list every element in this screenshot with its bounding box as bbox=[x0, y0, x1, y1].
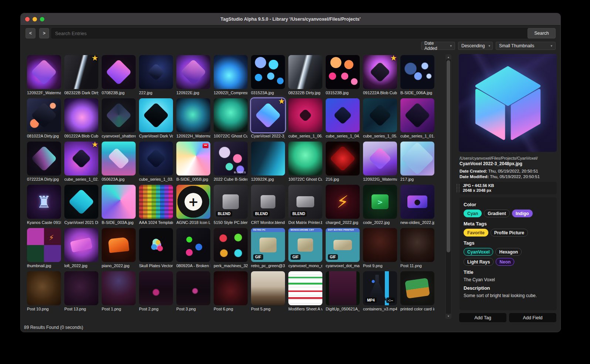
sort-field-dropdown[interactable]: Date Added ▾ bbox=[421, 42, 455, 50]
minimize-window-icon[interactable] bbox=[33, 17, 37, 21]
grid-item-thumbnail[interactable] bbox=[326, 271, 360, 305]
grid-item[interactable]: Skull Plates Vector bbox=[139, 228, 173, 268]
grid-item-thumbnail[interactable] bbox=[400, 98, 434, 132]
grid-item[interactable]: 081022A Dirty.jpg bbox=[27, 98, 61, 139]
grid-item[interactable]: Post 1.png bbox=[102, 271, 136, 312]
grid-item-thumbnail[interactable] bbox=[326, 55, 360, 89]
field-drag-handle[interactable] bbox=[457, 184, 460, 192]
grid-item-thumbnail[interactable] bbox=[288, 142, 322, 176]
panel-resize-handle[interactable]: · · · · · · bbox=[459, 152, 557, 155]
grid-item-thumbnail[interactable]: BLEND bbox=[288, 185, 322, 219]
grid-item-thumbnail[interactable] bbox=[326, 98, 360, 132]
grid-item-thumbnail[interactable] bbox=[363, 98, 397, 132]
title-field-value[interactable]: The Cyan Voxel bbox=[464, 277, 553, 282]
scroll-up-icon[interactable]: ▲ bbox=[446, 55, 451, 59]
grid-item-thumbnail[interactable] bbox=[251, 55, 285, 89]
grid-item[interactable]: ●new-oldies_2022.jp bbox=[400, 185, 434, 225]
grid-item-thumbnail[interactable] bbox=[64, 185, 98, 219]
tag-cyanvoxel[interactable]: CyanVoxel bbox=[464, 248, 493, 256]
grid-item[interactable]: CyanVoxel 2021 Dis bbox=[64, 185, 98, 225]
grid-item[interactable]: 216.jpg bbox=[326, 142, 360, 182]
grid-item-thumbnail[interactable] bbox=[251, 271, 285, 305]
grid-item-thumbnail[interactable] bbox=[251, 142, 285, 176]
grid-item[interactable]: Post 10.png bbox=[27, 271, 61, 312]
grid-item[interactable]: ⚡charged_2022.jpg bbox=[326, 185, 360, 225]
grid-item-thumbnail[interactable] bbox=[214, 98, 248, 132]
grid-item[interactable]: 217.jpg bbox=[400, 142, 434, 182]
scrollbar-thumb[interactable] bbox=[447, 60, 450, 252]
grid-item[interactable]: 120922H_Watermark bbox=[176, 98, 210, 139]
grid-item[interactable]: ★CyanVoxel 2022-3_ bbox=[251, 98, 285, 139]
forward-button[interactable]: > bbox=[39, 28, 49, 38]
grid-item-thumbnail[interactable] bbox=[27, 98, 61, 132]
grid-item[interactable]: Modifiers Sheet A v bbox=[288, 271, 322, 312]
grid-item[interactable]: cube_series_1_01.j bbox=[400, 98, 434, 139]
grid-item[interactable]: B-SIDE_006A.jpg bbox=[400, 55, 434, 95]
grid-item[interactable]: 100722C Ghost Cub bbox=[214, 98, 248, 139]
grid-item[interactable]: perk_machines_32p bbox=[214, 228, 248, 268]
grid-item-thumbnail[interactable]: MP4-:-- bbox=[363, 271, 397, 305]
grid-item-thumbnail[interactable] bbox=[400, 228, 434, 262]
grid-item[interactable]: MP4-:--containers_v3.mp4 bbox=[363, 271, 397, 312]
grid-item[interactable]: Post 11.png bbox=[400, 228, 434, 268]
grid-item[interactable]: BLEND5150 Style PC.blend bbox=[214, 185, 248, 225]
file-name[interactable]: CyanVoxel 2022-3_2048px.jpg bbox=[460, 161, 556, 166]
preview-image[interactable] bbox=[459, 54, 557, 152]
grid-item[interactable]: Post 2.png bbox=[139, 271, 173, 312]
grid-item-thumbnail[interactable] bbox=[102, 228, 136, 262]
grid-item-thumbnail[interactable] bbox=[363, 228, 397, 262]
grid-item-thumbnail[interactable] bbox=[64, 271, 98, 305]
grid-item-thumbnail[interactable] bbox=[288, 271, 322, 305]
grid-item[interactable]: lofi_2022.jpg bbox=[64, 228, 98, 268]
grid-item[interactable]: 070823B.jpg bbox=[102, 55, 136, 95]
grid-item[interactable]: 222.jpg bbox=[139, 55, 173, 95]
grid-item-thumbnail[interactable]: ⚡ bbox=[27, 228, 61, 262]
tag-hexagon[interactable]: Hexagon bbox=[495, 248, 522, 256]
grid-item[interactable]: 120922K.jpg bbox=[251, 142, 285, 182]
grid-item-thumbnail[interactable] bbox=[102, 55, 136, 89]
grid-item-thumbnail[interactable] bbox=[139, 228, 173, 262]
grid-item[interactable]: piano_2022.jpg bbox=[102, 228, 136, 268]
grid-item[interactable]: 100722C Ghost Cub bbox=[288, 142, 322, 182]
grid-item-thumbnail[interactable] bbox=[400, 271, 434, 305]
grid-item[interactable]: DOT MATRIX PRINTERGIFcyanvoxel_dot_mat bbox=[326, 228, 360, 268]
grid-item-thumbnail[interactable]: ★ bbox=[64, 55, 98, 89]
grid-item[interactable]: >code_2022.jpg bbox=[363, 185, 397, 225]
grid-item-thumbnail[interactable] bbox=[139, 271, 173, 305]
grid-item[interactable]: ♜Kyanos Caste 0910 bbox=[27, 185, 61, 225]
grid-item-thumbnail[interactable] bbox=[139, 142, 173, 176]
grid-item[interactable]: RETRO PCGIFretro_pc_green@3x bbox=[251, 228, 285, 268]
grid-item-thumbnail[interactable] bbox=[176, 55, 210, 89]
grid-item-thumbnail[interactable]: > bbox=[363, 185, 397, 219]
grid-item-thumbnail[interactable]: + bbox=[176, 185, 210, 219]
grid-item[interactable]: DigItUp_050621A_S bbox=[326, 271, 360, 312]
grid-item-thumbnail[interactable]: RETRO PCGIF bbox=[251, 228, 285, 262]
grid-item[interactable]: 050623A.jpg bbox=[102, 142, 136, 182]
grid-item-thumbnail[interactable] bbox=[139, 55, 173, 89]
tag-gradient[interactable]: Gradient bbox=[484, 210, 509, 217]
grid-item-thumbnail[interactable] bbox=[400, 55, 434, 89]
grid-item[interactable]: ★082322B Dark Dirty bbox=[64, 55, 98, 95]
search-input[interactable] bbox=[51, 28, 528, 38]
grid-item-thumbnail[interactable] bbox=[139, 98, 173, 132]
grid-item-thumbnail[interactable] bbox=[64, 98, 98, 132]
grid-item[interactable]: BLENDCRT Monitor.blend bbox=[251, 185, 285, 225]
description-field-value[interactable]: Some sort of bright teal looking cube. bbox=[464, 293, 553, 298]
tag-profile-picture[interactable]: Profile Picture bbox=[491, 229, 528, 237]
grid-item-thumbnail[interactable] bbox=[27, 142, 61, 176]
add-field-button[interactable]: Add Field bbox=[509, 313, 557, 323]
grid-item-thumbnail[interactable] bbox=[176, 98, 210, 132]
grid-item-thumbnail[interactable] bbox=[139, 185, 173, 219]
grid-item-thumbnail[interactable] bbox=[288, 55, 322, 89]
grid-item-thumbnail[interactable]: ★ bbox=[363, 55, 397, 89]
grid-item[interactable]: cube_series_1_05.j bbox=[363, 98, 397, 139]
grid-item-thumbnail[interactable]: ● bbox=[400, 185, 434, 219]
add-tag-button[interactable]: Add Tag bbox=[459, 313, 507, 323]
back-button[interactable]: < bbox=[26, 28, 35, 38]
grid-item-thumbnail[interactable] bbox=[214, 55, 248, 89]
grid-item-thumbnail[interactable] bbox=[64, 228, 98, 262]
grid-item-thumbnail[interactable] bbox=[27, 55, 61, 89]
grid-item-thumbnail[interactable] bbox=[326, 142, 360, 176]
tag-neon[interactable]: Neon bbox=[496, 258, 514, 266]
thumbnail-size-dropdown[interactable]: Small Thumbnails ▾ bbox=[496, 42, 556, 50]
